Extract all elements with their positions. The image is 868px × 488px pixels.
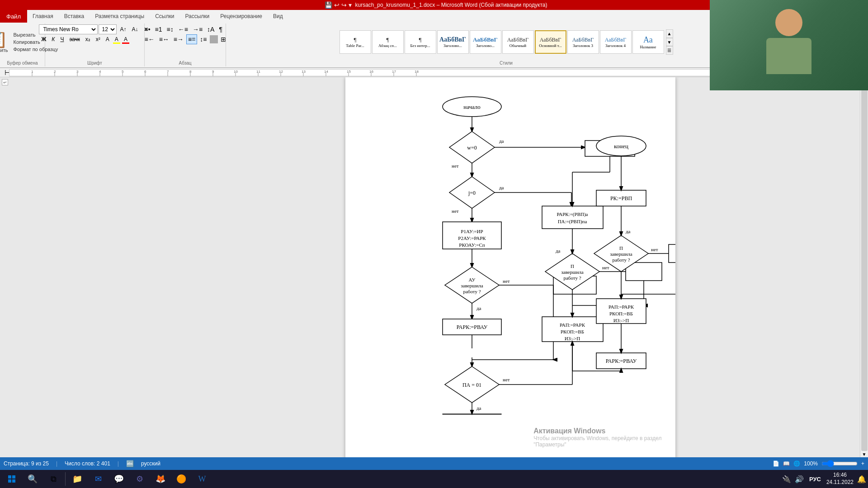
style-table-par[interactable]: ¶ Table Par... bbox=[340, 30, 371, 54]
style-obychnyj[interactable]: АаБбВвГ Обычный bbox=[502, 30, 534, 54]
svg-text:да: да bbox=[476, 405, 481, 411]
tab-layout[interactable]: Разметка страницы bbox=[90, 10, 150, 23]
align-justify-button[interactable]: ≡= bbox=[186, 34, 197, 44]
vscode-button[interactable]: ⚙ bbox=[130, 471, 150, 487]
status-sep2: | bbox=[118, 460, 119, 467]
strikethrough-button[interactable]: зачк bbox=[67, 34, 82, 44]
scroll-down-button[interactable]: ▼ bbox=[862, 452, 867, 457]
increase-font-button[interactable]: A↑ bbox=[118, 24, 128, 34]
style-osnovnoj[interactable]: АаБбВвГ Основной т... bbox=[535, 30, 566, 54]
svg-text:РКОАУ:=Сп: РКОАУ:=Сп bbox=[459, 242, 485, 248]
font-content: Times New Ro 12 A↑ A↓ ✕ Ж К Ч зачк x₂ x² bbox=[39, 24, 150, 60]
numbering-button[interactable]: ≡1 bbox=[153, 24, 164, 34]
svg-text:конец: конец bbox=[614, 143, 628, 150]
italic-button[interactable]: К bbox=[49, 34, 57, 44]
styles-content: ¶ Table Par... ¶ Абзац сп... ¶ Без интер… bbox=[340, 24, 673, 60]
firefox-button[interactable]: 🦊 bbox=[151, 471, 170, 487]
quickaccess-dropdown-icon[interactable]: ▾ bbox=[349, 1, 352, 9]
align-left-button[interactable]: ≡← bbox=[142, 34, 156, 44]
zoom-slider[interactable] bbox=[821, 460, 858, 467]
svg-text:5: 5 bbox=[122, 70, 124, 74]
style-abzac[interactable]: ¶ Абзац сп... bbox=[372, 30, 404, 54]
word-button[interactable]: W bbox=[192, 471, 212, 487]
shading-button[interactable] bbox=[210, 35, 218, 43]
align-center-button[interactable]: ≡↔ bbox=[157, 34, 171, 44]
svg-text:13: 13 bbox=[302, 70, 306, 74]
text-highlight-button[interactable]: A bbox=[113, 34, 121, 44]
subscript-button[interactable]: x₂ bbox=[83, 34, 93, 44]
search-button[interactable]: 🔍 bbox=[23, 471, 42, 487]
language-indicator[interactable]: РУС bbox=[807, 475, 823, 483]
view-reading-icon[interactable]: 📖 bbox=[783, 460, 790, 467]
ruler-margin-left: ⊢ bbox=[5, 68, 9, 77]
tab-mailings[interactable]: Рассылки bbox=[179, 10, 215, 23]
show-marks-button[interactable]: ¶ bbox=[217, 24, 224, 34]
tab-references[interactable]: Ссылки bbox=[150, 10, 179, 23]
paste-label: Вставить bbox=[0, 47, 8, 53]
network-icon[interactable]: 🔌 bbox=[782, 475, 791, 483]
svg-text:ИЗ:->П: ИЗ:->П bbox=[564, 336, 580, 341]
tab-view[interactable]: Вид bbox=[268, 10, 288, 23]
text-effects-button[interactable]: A bbox=[104, 34, 112, 44]
volume-icon[interactable]: 🔊 bbox=[795, 475, 804, 483]
styles-dropdown[interactable]: ☰ bbox=[666, 46, 673, 55]
tab-file[interactable]: Файл bbox=[0, 10, 27, 23]
style-zagolovok2[interactable]: АаБбВвГ Заголово... bbox=[470, 30, 501, 54]
person-body bbox=[766, 38, 811, 74]
align-right-button[interactable]: ≡→ bbox=[172, 34, 185, 44]
taskview-button[interactable]: ⧉ bbox=[43, 471, 63, 487]
save-icon[interactable]: 💾 bbox=[325, 1, 332, 9]
paste-button[interactable]: 📋 Вставить bbox=[0, 29, 10, 55]
style-zagolovok1[interactable]: АаБбВвГ Заголово... bbox=[437, 30, 469, 54]
skype-button[interactable]: 💬 bbox=[109, 471, 129, 487]
font-color-button[interactable]: A bbox=[122, 34, 130, 44]
tab-home[interactable]: Главная bbox=[27, 10, 59, 23]
sort-button[interactable]: ↕A bbox=[205, 24, 216, 34]
zoom-plus-icon[interactable]: + bbox=[861, 460, 864, 467]
style-bez-inter[interactable]: ¶ Без интер... bbox=[405, 30, 436, 54]
redo-icon[interactable]: ↪ bbox=[341, 1, 347, 9]
view-normal-icon[interactable]: 📄 bbox=[773, 460, 779, 467]
mail-button[interactable]: ✉ bbox=[88, 471, 108, 487]
undo-icon[interactable]: ↩ bbox=[334, 1, 340, 9]
superscript-button[interactable]: x² bbox=[94, 34, 103, 44]
svg-text:да: да bbox=[499, 185, 504, 190]
style-zagolovok4[interactable]: АаБбВвГ Заголовок 4 bbox=[600, 30, 632, 54]
app5-button[interactable]: 🟠 bbox=[171, 471, 191, 487]
increase-indent-button[interactable]: →≡ bbox=[191, 24, 204, 34]
decrease-font-button[interactable]: A↓ bbox=[130, 24, 141, 34]
styles-scroll-up[interactable]: ▲ bbox=[666, 29, 673, 38]
scrollbar-thumb[interactable] bbox=[861, 84, 868, 451]
svg-text:П: П bbox=[571, 263, 574, 269]
svg-rect-60 bbox=[542, 206, 603, 229]
style-label: Table Par... bbox=[346, 43, 364, 48]
underline-button[interactable]: Ч bbox=[58, 34, 66, 44]
multilevel-button[interactable]: ≡↕ bbox=[165, 24, 175, 34]
paragraph-marker[interactable]: ↵ bbox=[2, 79, 8, 85]
font-label: Шрифт bbox=[87, 60, 102, 66]
svg-rect-133 bbox=[8, 475, 11, 479]
styles-scroll-down[interactable]: ▼ bbox=[666, 38, 673, 47]
tab-review[interactable]: Рецензирование bbox=[215, 10, 268, 23]
spell-check-icon: 🔤 bbox=[126, 460, 134, 467]
status-sep1: | bbox=[56, 460, 57, 467]
style-zagolovok3[interactable]: АаБбВвГ Заголовок 3 bbox=[567, 30, 599, 54]
bold-button[interactable]: Ж bbox=[39, 34, 48, 44]
style-nazvanie[interactable]: Аа Название bbox=[632, 30, 664, 54]
svg-text:завершила: завершила bbox=[461, 283, 483, 288]
notification-icon[interactable]: 🔔 bbox=[857, 475, 866, 483]
decrease-indent-button[interactable]: ←≡ bbox=[176, 24, 190, 34]
font-name-select[interactable]: Times New Ro bbox=[39, 24, 98, 34]
view-web-icon[interactable]: 🌐 bbox=[793, 460, 800, 467]
svg-text:10: 10 bbox=[234, 70, 238, 74]
start-button[interactable] bbox=[2, 471, 22, 487]
explorer-button[interactable]: 📁 bbox=[67, 471, 87, 487]
para-row-1: ≡• ≡1 ≡↕ ←≡ →≡ ↕A ¶ bbox=[142, 24, 224, 34]
bullets-button[interactable]: ≡• bbox=[142, 24, 152, 34]
right-scrollbar[interactable]: ▲ ▼ bbox=[860, 77, 868, 458]
tab-insert[interactable]: Вставка bbox=[59, 10, 90, 23]
line-spacing-button[interactable]: ↕≡ bbox=[198, 34, 208, 44]
svg-text:16: 16 bbox=[369, 70, 373, 74]
font-size-select[interactable]: 12 bbox=[99, 24, 117, 34]
svg-text:да: да bbox=[626, 229, 631, 234]
